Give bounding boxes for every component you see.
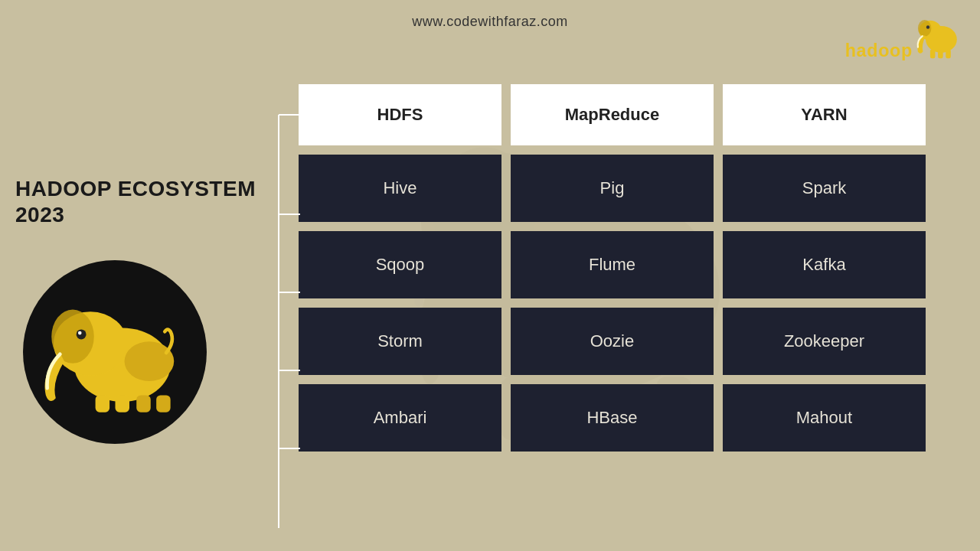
left-panel: HADOOP ECOSYSTEM 2023 — [15, 176, 256, 227]
hive-box: Hive — [299, 155, 501, 222]
hdfs-box: HDFS — [299, 84, 501, 145]
yarn-box: YARN — [723, 84, 926, 145]
ecosystem-title: HADOOP ECOSYSTEM 2023 — [15, 176, 256, 227]
svg-rect-24 — [136, 395, 151, 412]
svg-rect-13 — [938, 50, 943, 59]
oozie-box: Oozie — [511, 308, 714, 375]
top-row: HDFS MapReduce YARN — [299, 84, 957, 145]
grid-row-3: Storm Oozie Zookeeper — [299, 308, 957, 375]
elephant-circle — [23, 260, 207, 444]
pig-box: Pig — [511, 155, 714, 222]
zookeeper-box: Zookeeper — [723, 308, 926, 375]
hadoop-logo: hadoop — [842, 8, 965, 69]
svg-point-21 — [124, 341, 174, 381]
mapreduce-box: MapReduce — [511, 84, 714, 145]
sqoop-box: Sqoop — [299, 231, 501, 298]
flume-box: Flume — [511, 231, 714, 298]
grid-area: Hive Pig Spark Sqoop Flume Kafka Storm O… — [299, 155, 957, 452]
diagram-area: HDFS MapReduce YARN Hive Pig Spark Sqoop… — [299, 84, 957, 452]
hbase-box: HBase — [511, 384, 714, 452]
kafka-box: Kafka — [723, 231, 926, 298]
svg-point-11 — [926, 25, 929, 28]
svg-rect-25 — [156, 395, 171, 412]
svg-text:hadoop: hadoop — [845, 41, 913, 60]
connector-lines — [256, 54, 302, 551]
grid-row-2: Sqoop Flume Kafka — [299, 231, 957, 298]
grid-row-1: Hive Pig Spark — [299, 155, 957, 222]
svg-rect-14 — [946, 50, 951, 59]
mahout-box: Mahout — [723, 384, 926, 452]
grid-row-4: Ambari HBase Mahout — [299, 384, 957, 452]
header-url: www.codewithfaraz.com — [412, 14, 568, 30]
svg-rect-12 — [930, 50, 936, 59]
svg-point-20 — [77, 331, 81, 334]
svg-point-10 — [918, 20, 931, 37]
svg-rect-23 — [115, 395, 129, 412]
svg-rect-22 — [95, 395, 109, 412]
svg-point-19 — [76, 329, 86, 339]
storm-box: Storm — [299, 308, 501, 375]
spark-box: Spark — [723, 155, 926, 222]
ambari-box: Ambari — [299, 384, 501, 452]
